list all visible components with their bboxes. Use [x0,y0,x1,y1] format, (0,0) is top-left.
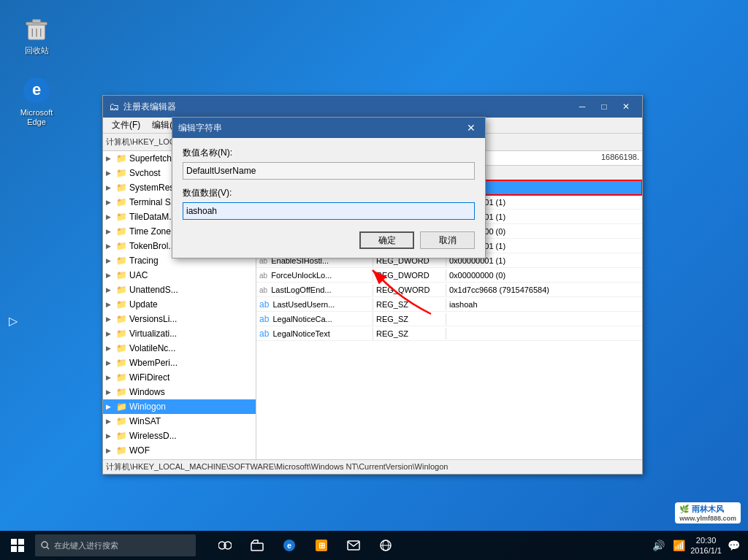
dialog-buttons: 确定 取消 [183,231,475,249]
dialog-close-button[interactable]: ✕ [463,120,479,135]
desktop: 回收站 e Microsoft Edge 🗂 注册表编辑器 ─ □ ✕ 文件(F… [0,0,748,560]
ok-button[interactable]: 确定 [359,231,414,249]
value-input[interactable] [183,202,475,220]
dialog-overlay: 编辑字符串 ✕ 数值名称(N): 数值数据(V): 确定 取消 [0,0,748,560]
dialog-body: 数值名称(N): 数值数据(V): 确定 取消 [172,138,485,258]
dialog-title-text: 编辑字符串 [178,122,463,134]
cancel-button[interactable]: 取消 [420,231,475,249]
name-input[interactable] [183,162,475,180]
edit-string-dialog: 编辑字符串 ✕ 数值名称(N): 数值数据(V): 确定 取消 [172,117,486,258]
name-label: 数值名称(N): [183,147,475,159]
data-label: 数值数据(V): [183,187,475,199]
dialog-title-bar: 编辑字符串 ✕ [172,118,485,138]
